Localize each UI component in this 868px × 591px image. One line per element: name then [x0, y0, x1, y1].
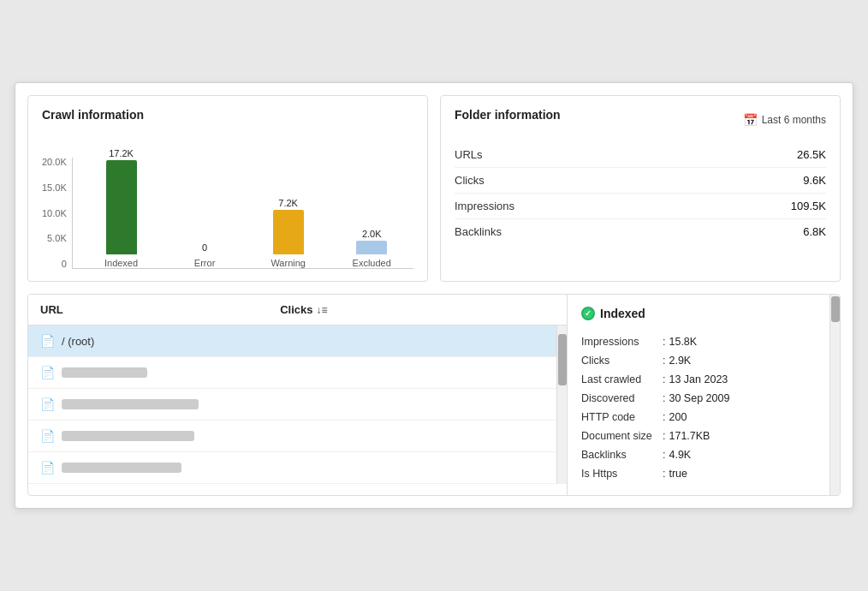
y-axis-label: 20.0K: [42, 158, 67, 167]
folder-row: URLs26.5K: [455, 142, 826, 168]
bar-bottom-label: Error: [194, 258, 215, 268]
status-dot: [581, 307, 595, 320]
bar-top-label: 7.2K: [278, 198, 298, 208]
folder-row: Clicks9.6K: [455, 168, 826, 194]
detail-colon: :: [663, 468, 665, 480]
detail-key: Discovered: [581, 392, 663, 404]
y-axis: 20.0K15.0K10.0K5.0K0: [42, 158, 67, 269]
detail-row: HTTP code: 200: [581, 408, 826, 427]
detail-key: Impressions: [581, 336, 663, 348]
bar-bottom-label: Warning: [271, 258, 306, 268]
url-blurred-text: [62, 463, 181, 473]
document-icon: 📄: [40, 397, 55, 411]
url-list-wrapper: 📄/ (root)📄📄📄📄: [28, 325, 567, 484]
detail-value: 30 Sep 2009: [669, 392, 729, 404]
document-icon: 📄: [40, 366, 55, 379]
crawl-chart: 20.0K15.0K10.0K5.0K0 17.2KIndexed0Error7…: [42, 132, 413, 269]
url-panel-header: URL Clicks ↓≡: [28, 295, 567, 325]
bar-element: [356, 241, 387, 254]
folder-row-label: Clicks: [455, 174, 485, 187]
y-axis-label: 15.0K: [42, 183, 67, 193]
detail-row: Document size: 171.7KB: [581, 427, 826, 445]
detail-key: Last crawled: [581, 373, 663, 385]
detail-colon: :: [663, 392, 665, 404]
sort-icon: ↓≡: [317, 304, 328, 316]
y-axis-label: 0: [62, 260, 67, 269]
folder-row-label: Backlinks: [455, 225, 502, 238]
folder-date: 📅 Last 6 months: [743, 113, 826, 127]
date-label: Last 6 months: [762, 114, 826, 126]
folder-rows: URLs26.5KClicks9.6KImpressions109.5KBack…: [455, 142, 826, 244]
detail-row: Backlinks: 4.9K: [581, 445, 826, 464]
folder-row: Impressions109.5K: [455, 194, 826, 219]
url-blurred-text: [62, 431, 194, 441]
detail-colon: :: [663, 430, 665, 442]
bar-group: 17.2KIndexed: [80, 148, 163, 268]
detail-value: 2.9K: [669, 355, 691, 367]
detail-key: Is Https: [581, 468, 663, 480]
detail-key: Document size: [581, 430, 663, 442]
crawl-title: Crawl information: [42, 108, 413, 122]
detail-value: 13 Jan 2023: [669, 373, 728, 385]
detail-key: HTTP code: [581, 411, 663, 423]
bar-top-label: 2.0K: [362, 229, 382, 239]
url-list-item[interactable]: 📄: [28, 421, 556, 452]
top-row: Crawl information 20.0K15.0K10.0K5.0K0 1…: [27, 95, 841, 282]
url-text: / (root): [62, 335, 94, 348]
folder-card: Folder information 📅 Last 6 months URLs2…: [440, 95, 841, 282]
clicks-sort-button[interactable]: Clicks ↓≡: [280, 303, 327, 316]
bar-top-label: 17.2K: [109, 148, 134, 158]
detail-row: Impressions: 15.8K: [581, 332, 826, 351]
url-list-item[interactable]: 📄: [28, 452, 556, 484]
bar-bottom-label: Indexed: [104, 258, 138, 268]
detail-value: 4.9K: [669, 449, 691, 461]
folder-title: Folder information: [455, 108, 561, 122]
url-column-label: URL: [40, 303, 63, 316]
url-scrollbar[interactable]: [556, 325, 567, 484]
bar-element: [106, 160, 137, 254]
bar-group: 0Error: [163, 242, 247, 268]
y-axis-label: 5.0K: [47, 234, 67, 243]
detail-panel: Indexed Impressions: 15.8KClicks: 2.9KLa…: [568, 295, 840, 495]
folder-row-label: Impressions: [455, 200, 514, 212]
bar-bottom-label: Excluded: [353, 258, 391, 268]
url-list-item[interactable]: 📄: [28, 389, 556, 421]
status-label: Indexed: [600, 307, 645, 320]
detail-scrollbar-thumb: [831, 296, 840, 322]
url-list-item[interactable]: 📄/ (root): [28, 325, 556, 357]
url-blurred-text: [62, 399, 199, 409]
detail-key: Backlinks: [581, 449, 663, 461]
detail-colon: :: [663, 411, 665, 423]
folder-row-label: URLs: [455, 148, 483, 161]
clicks-label: Clicks: [280, 303, 312, 316]
folder-row-value: 109.5K: [791, 200, 826, 212]
document-icon: 📄: [40, 461, 55, 475]
bottom-row: URL Clicks ↓≡ 📄/ (root)📄📄📄📄 In: [27, 294, 841, 496]
detail-scrollbar[interactable]: [829, 295, 840, 495]
detail-colon: :: [663, 336, 665, 348]
detail-value: true: [669, 468, 687, 480]
url-blurred-text: [62, 367, 147, 378]
y-axis-label: 10.0K: [42, 209, 67, 218]
document-icon: 📄: [40, 334, 55, 348]
folder-row-value: 26.5K: [797, 148, 826, 161]
url-list-item[interactable]: 📄: [28, 357, 556, 389]
url-panel: URL Clicks ↓≡ 📄/ (root)📄📄📄📄: [28, 295, 568, 495]
main-container: Crawl information 20.0K15.0K10.0K5.0K0 1…: [15, 82, 853, 509]
detail-row: Clicks: 2.9K: [581, 351, 826, 370]
folder-row: Backlinks6.8K: [455, 219, 826, 244]
detail-rows: Impressions: 15.8KClicks: 2.9KLast crawl…: [581, 332, 826, 483]
detail-status: Indexed: [581, 307, 826, 320]
detail-colon: :: [663, 449, 665, 461]
detail-colon: :: [663, 373, 665, 385]
crawl-card: Crawl information 20.0K15.0K10.0K5.0K0 1…: [27, 95, 428, 282]
detail-key: Clicks: [581, 355, 663, 367]
bar-top-label: 0: [202, 242, 207, 253]
detail-row: Discovered: 30 Sep 2009: [581, 389, 826, 408]
folder-row-value: 6.8K: [803, 225, 826, 238]
url-scrollbar-thumb: [558, 334, 567, 385]
bar-group: 7.2KWarning: [247, 198, 330, 268]
document-icon: 📄: [40, 429, 55, 443]
detail-row: Is Https: true: [581, 464, 826, 483]
calendar-icon: 📅: [743, 113, 758, 127]
